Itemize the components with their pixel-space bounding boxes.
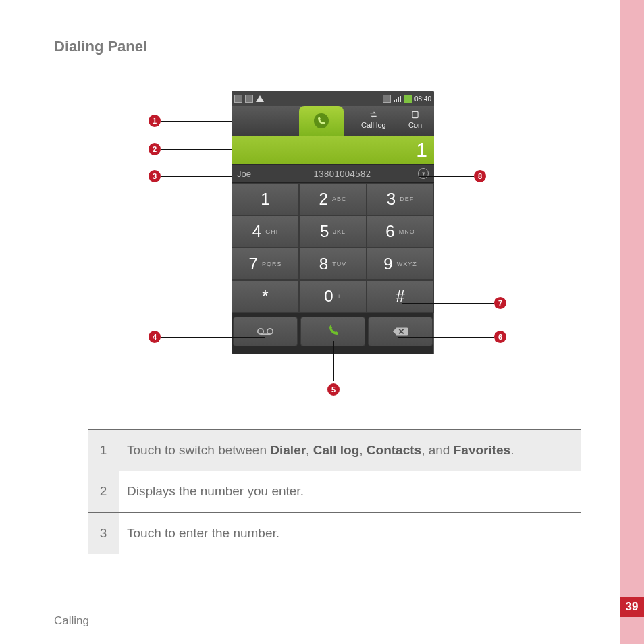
callout-1: 1 xyxy=(149,115,232,127)
key-digit: 9 xyxy=(383,254,392,273)
key-letters: MNO xyxy=(399,228,415,235)
callout-badge: 2 xyxy=(149,143,161,155)
status-time: 08:40 xyxy=(414,95,431,103)
signal-icon xyxy=(394,96,401,102)
page-number: 39 xyxy=(620,597,644,617)
key-digit: 8 xyxy=(319,254,328,273)
key-digit: 7 xyxy=(249,254,258,273)
callout-badge: 3 xyxy=(149,170,161,182)
row-index: 2 xyxy=(88,471,119,512)
phone-icon xyxy=(313,113,329,129)
key-8[interactable]: 8TUV xyxy=(299,248,367,280)
row-description: Touch to switch between Dialer, Call log… xyxy=(119,430,581,471)
callout-6: 6 xyxy=(398,331,506,343)
key-digit: 4 xyxy=(252,222,261,241)
key-digit: * xyxy=(262,287,268,306)
callout-table: 1Touch to switch between Dialer, Call lo… xyxy=(88,429,581,554)
row-index: 1 xyxy=(88,430,119,471)
key-digit: 1 xyxy=(261,190,269,209)
key-letters: JKL xyxy=(333,228,346,235)
key-letters: ABC xyxy=(332,196,347,203)
key-digit: 5 xyxy=(320,222,329,241)
row-description: Displays the number you enter. xyxy=(119,471,581,512)
tab-label-text: Con xyxy=(408,121,422,129)
callout-badge: 4 xyxy=(149,331,161,343)
key-0[interactable]: 0+ xyxy=(299,280,367,313)
key-9[interactable]: 9WXYZ xyxy=(367,248,434,280)
phone-screenshot: 08:40 Call log Con 1 Joe 138010045 xyxy=(232,91,434,354)
tab-call-log[interactable]: Call log xyxy=(361,110,386,129)
diagram: 08:40 Call log Con 1 Joe 138010045 xyxy=(54,81,581,412)
keypad: 12ABC3DEF4GHI5JKL6MNO7PQRS8TUV9WXYZ*0+# xyxy=(232,183,434,313)
network-icon xyxy=(383,95,391,103)
tab-bar[interactable]: Call log Con xyxy=(232,106,434,136)
key-letters: DEF xyxy=(400,196,414,203)
status-icon xyxy=(245,95,253,103)
suggestion-name: Joe xyxy=(232,169,272,179)
status-bar: 08:40 xyxy=(232,91,434,106)
callout-8: 8 xyxy=(419,170,486,182)
table-row: 1Touch to switch between Dialer, Call lo… xyxy=(88,430,581,471)
key-4[interactable]: 4GHI xyxy=(232,215,299,248)
footer-section-label: Calling xyxy=(54,614,89,628)
key-digit: 3 xyxy=(387,190,396,209)
swap-icon xyxy=(369,110,378,119)
status-icon xyxy=(234,95,242,103)
callout-badge: 7 xyxy=(494,297,506,309)
callout-5-line xyxy=(333,341,334,381)
svg-point-0 xyxy=(314,113,329,128)
callout-4: 4 xyxy=(149,331,265,343)
callout-3: 3 xyxy=(149,170,232,182)
contacts-icon xyxy=(410,110,420,119)
callout-7: 7 xyxy=(402,297,506,309)
key-digit: 2 xyxy=(319,190,328,209)
phone-handset-icon xyxy=(323,325,342,338)
tab-label-text: Call log xyxy=(361,121,386,129)
call-button[interactable] xyxy=(300,317,365,346)
callout-badge: 6 xyxy=(494,331,506,343)
key-7[interactable]: 7PQRS xyxy=(232,248,299,280)
row-index: 3 xyxy=(88,512,119,554)
suggestion-number: 13801004582 xyxy=(272,169,412,179)
key-*[interactable]: * xyxy=(232,280,299,313)
section-heading: Dialing Panel xyxy=(54,38,147,55)
key-6[interactable]: 6MNO xyxy=(367,215,434,248)
table-row: 2Displays the number you enter. xyxy=(88,471,581,512)
table-row: 3Touch to enter the number. xyxy=(88,512,581,554)
svg-point-3 xyxy=(267,329,273,334)
tab-contacts[interactable]: Con xyxy=(408,110,422,129)
entered-number: 1 xyxy=(416,138,427,161)
battery-icon xyxy=(404,95,412,103)
key-5[interactable]: 5JKL xyxy=(299,215,367,248)
number-display: 1 xyxy=(232,136,434,164)
svg-rect-1 xyxy=(412,111,418,117)
row-description: Touch to enter the number. xyxy=(119,512,581,554)
callout-2: 2 xyxy=(149,143,232,155)
key-1[interactable]: 1 xyxy=(232,183,299,215)
callout-badge: 8 xyxy=(474,170,486,182)
callout-badge: 1 xyxy=(149,115,161,127)
key-letters: TUV xyxy=(332,261,346,267)
warning-icon xyxy=(256,95,264,102)
key-letters: + xyxy=(338,293,342,300)
key-letters: GHI xyxy=(265,228,278,235)
key-digit: 6 xyxy=(385,222,394,241)
key-digit: 0 xyxy=(324,287,333,306)
tab-dialer[interactable] xyxy=(299,106,344,136)
key-2[interactable]: 2ABC xyxy=(299,183,367,215)
key-letters: WXYZ xyxy=(397,261,417,267)
key-letters: PQRS xyxy=(262,261,282,267)
side-strip xyxy=(620,0,644,644)
callout-badge: 5 xyxy=(327,383,340,396)
suggestion-row[interactable]: Joe 13801004582 ▾ xyxy=(232,164,434,183)
key-3[interactable]: 3DEF xyxy=(367,183,434,215)
